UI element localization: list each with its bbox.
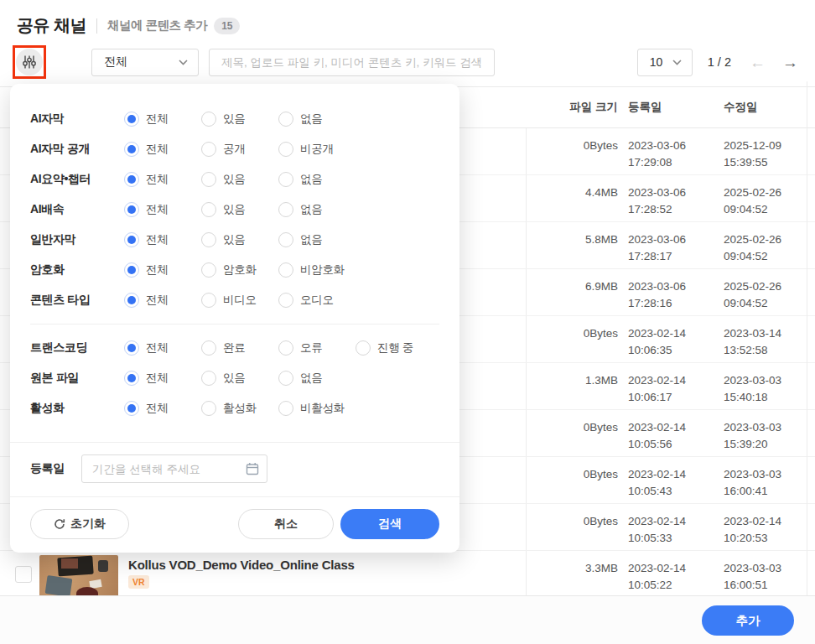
video-thumbnail[interactable] <box>39 555 118 599</box>
page-size-select[interactable]: 10 <box>637 49 693 76</box>
radio-icon[interactable] <box>278 202 293 217</box>
filter-button[interactable] <box>16 49 43 75</box>
radio-icon[interactable] <box>124 172 139 187</box>
radio-option[interactable]: 전체 <box>124 232 201 247</box>
radio-option[interactable]: 비공개 <box>278 142 356 157</box>
radio-option[interactable]: 전체 <box>124 172 201 187</box>
radio-icon[interactable] <box>356 340 371 356</box>
vr-badge: VR <box>128 575 149 589</box>
radio-icon[interactable] <box>124 232 139 247</box>
radio-option[interactable]: 전체 <box>124 293 201 308</box>
radio-icon[interactable] <box>201 202 216 217</box>
radio-icon[interactable] <box>201 371 216 386</box>
radio-icon[interactable] <box>278 401 293 416</box>
calendar-icon[interactable] <box>246 462 259 475</box>
category-select[interactable]: 전체 <box>91 49 199 76</box>
radio-option[interactable]: 없음 <box>278 232 356 247</box>
radio-option[interactable]: 있음 <box>201 232 278 247</box>
radio-icon[interactable] <box>124 202 139 217</box>
chevron-down-icon <box>179 60 188 65</box>
radio-icon[interactable] <box>278 340 293 356</box>
radio-icon[interactable] <box>278 112 293 127</box>
item-count-badge: 15 <box>214 18 240 34</box>
content-right-edge <box>807 81 807 595</box>
radio-icon[interactable] <box>278 293 293 308</box>
radio-option[interactable]: 공개 <box>201 142 278 157</box>
radio-option[interactable]: 비디오 <box>201 293 278 308</box>
radio-icon[interactable] <box>124 371 139 386</box>
radio-icon[interactable] <box>201 142 216 157</box>
radio-option[interactable]: 없음 <box>278 371 356 386</box>
refresh-icon <box>54 518 65 530</box>
radio-icon[interactable] <box>124 112 139 127</box>
page-size-value: 10 <box>650 55 663 69</box>
radio-option[interactable]: 있음 <box>201 371 278 386</box>
radio-option[interactable]: 전체 <box>124 262 201 278</box>
radio-option[interactable]: 오디오 <box>278 293 356 308</box>
radio-option[interactable]: 전체 <box>124 202 201 217</box>
add-button[interactable]: 추가 <box>702 605 794 636</box>
radio-option[interactable]: 비암호화 <box>278 262 356 278</box>
radio-icon[interactable] <box>278 172 293 187</box>
radio-option[interactable]: 전체 <box>124 371 201 386</box>
col-header-created: 등록일 <box>628 99 715 116</box>
radio-icon[interactable] <box>201 340 216 356</box>
radio-option[interactable]: 활성화 <box>201 401 278 416</box>
radio-option[interactable]: 있음 <box>201 112 278 127</box>
title-divider <box>96 18 97 34</box>
radio-icon[interactable] <box>278 142 293 157</box>
page-footer: 추가 <box>0 595 815 644</box>
radio-option[interactable]: 전체 <box>124 340 201 356</box>
radio-icon[interactable] <box>124 293 139 308</box>
filter-button-highlight-box <box>13 45 46 79</box>
file-size-cell: 0Bytes <box>526 504 618 550</box>
radio-icon[interactable] <box>201 401 216 416</box>
reset-button[interactable]: 초기화 <box>30 509 129 539</box>
page-title: 공유 채널 <box>17 14 86 37</box>
file-size-cell: 5.8MB <box>526 222 618 268</box>
sliders-icon <box>21 54 38 70</box>
radio-icon[interactable] <box>278 232 293 247</box>
radio-icon[interactable] <box>278 371 293 386</box>
radio-icon[interactable] <box>201 232 216 247</box>
radio-option[interactable]: 있음 <box>201 202 278 217</box>
radio-option[interactable]: 전체 <box>124 112 201 127</box>
search-button[interactable]: 검색 <box>340 509 439 539</box>
radio-icon[interactable] <box>124 401 139 416</box>
page-subtitle: 채널에 콘텐츠 추가 <box>107 18 207 34</box>
table-row[interactable]: Kollus VOD_Demo Video_Online Class VR 3.… <box>0 551 815 598</box>
radio-option[interactable]: 전체 <box>124 401 201 416</box>
filter-group-transcoding: 트랜스코딩 전체 완료 오류 진행 중 <box>10 333 459 363</box>
toolbar: 전체 10 1 / 2 ← → <box>0 48 815 76</box>
cancel-button[interactable]: 취소 <box>238 509 334 539</box>
radio-icon[interactable] <box>124 262 139 278</box>
radio-option[interactable]: 전체 <box>124 142 201 157</box>
row-checkbox[interactable] <box>15 566 32 583</box>
radio-icon[interactable] <box>201 293 216 308</box>
radio-option[interactable]: 비활성화 <box>278 401 356 416</box>
radio-icon[interactable] <box>278 262 293 278</box>
radio-icon[interactable] <box>201 262 216 278</box>
radio-option[interactable]: 없음 <box>278 202 356 217</box>
radio-icon[interactable] <box>201 172 216 187</box>
radio-option[interactable]: 오류 <box>278 340 356 356</box>
filter-group-ai-summary-chapter: AI요약•챕터 전체 있음 없음 <box>10 164 459 195</box>
panel-divider <box>30 324 439 325</box>
radio-option[interactable]: 있음 <box>201 172 278 187</box>
file-size-cell: 1.3MB <box>526 363 618 409</box>
radio-option[interactable]: 없음 <box>278 112 356 127</box>
radio-icon[interactable] <box>201 112 216 127</box>
radio-option[interactable]: 진행 중 <box>356 340 433 356</box>
radio-option[interactable]: 암호화 <box>201 262 278 278</box>
prev-page-arrow-icon[interactable]: ← <box>750 55 766 70</box>
radio-icon[interactable] <box>124 142 139 157</box>
next-page-arrow-icon[interactable]: → <box>782 55 798 70</box>
radio-option[interactable]: 없음 <box>278 172 356 187</box>
file-size-cell: 0Bytes <box>526 410 618 456</box>
radio-option[interactable]: 완료 <box>201 340 278 356</box>
radio-icon[interactable] <box>124 340 139 356</box>
search-input[interactable] <box>209 49 495 76</box>
filter-group-encryption: 암호화 전체 암호화 비암호화 <box>10 255 459 285</box>
date-range-input[interactable] <box>81 454 267 483</box>
pagination-label: 1 / 2 <box>708 55 731 69</box>
